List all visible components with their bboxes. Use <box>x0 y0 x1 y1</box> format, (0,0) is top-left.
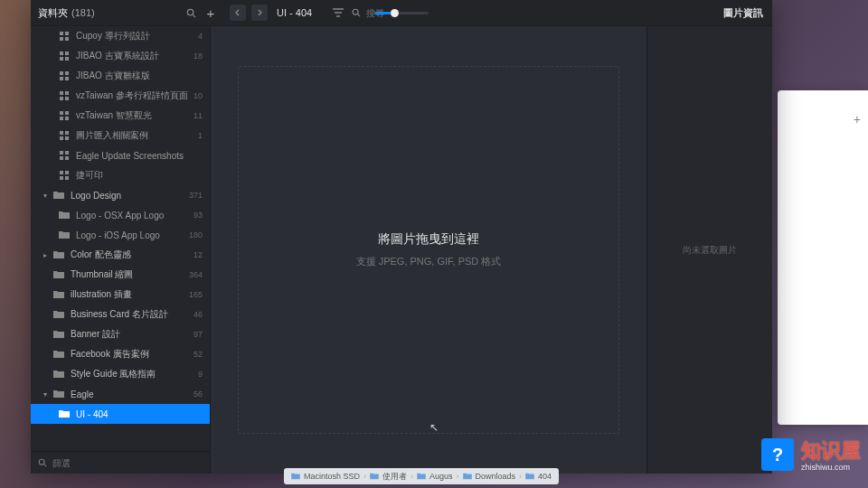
sidebar-item[interactable]: Eagle Update Screenshots <box>31 145 210 165</box>
sidebar-item[interactable]: JIBAO 吉寶雛樣版 <box>31 66 210 86</box>
sidebar-item-label: Banner 設計 <box>71 328 193 341</box>
sidebar-item[interactable]: Logo - iOS App Logo180 <box>31 225 210 245</box>
sidebar-item[interactable]: Style Guide 風格指南9 <box>31 364 210 384</box>
path-segment[interactable]: Downloads <box>476 472 516 481</box>
sidebar-item-label: Style Guide 風格指南 <box>71 368 198 380</box>
path-separator: › <box>363 472 366 481</box>
sidebar-filter-input[interactable] <box>51 457 203 469</box>
sidebar-item[interactable]: Business Card 名片設計46 <box>31 305 210 324</box>
svg-line-3 <box>358 14 361 17</box>
path-segment[interactable]: 404 <box>538 472 552 481</box>
svg-rect-22 <box>60 117 63 120</box>
search-icon[interactable] <box>184 6 197 19</box>
plus-icon: + <box>854 112 861 127</box>
svg-rect-13 <box>65 71 69 75</box>
svg-rect-30 <box>60 156 63 160</box>
nav-controls: UI - 404 <box>224 5 317 21</box>
folder-icon <box>52 309 65 320</box>
svg-rect-23 <box>65 117 69 120</box>
path-separator: › <box>519 472 522 481</box>
sidebar-item[interactable]: UI - 404 <box>31 404 210 424</box>
sidebar-item-label: Color 配色靈感 <box>71 249 193 261</box>
folder-icon <box>291 473 300 480</box>
svg-line-37 <box>44 465 47 467</box>
folder-icon <box>52 269 65 280</box>
canvas-area[interactable]: 將圖片拖曳到這裡 支援 JPEG, PNG, GIF, PSD 格式 ↖ <box>211 26 646 474</box>
zoom-slider[interactable] <box>374 12 429 14</box>
sidebar-item-count: 12 <box>193 250 203 259</box>
folder-icon <box>52 249 65 260</box>
sidebar-filter[interactable] <box>31 451 210 474</box>
sidebar-item-label: 捷可印 <box>76 169 203 182</box>
folder-icon <box>52 389 65 399</box>
app-window: 資料夾 (181) + UI - 404 圖片資訊 Cupoy 導行列設計4JI… <box>31 0 772 474</box>
sidebar-item-count: 97 <box>193 330 203 339</box>
sidebar-item[interactable]: ▸Color 配色靈感12 <box>31 245 210 265</box>
svg-rect-5 <box>65 32 69 35</box>
add-folder-icon[interactable]: + <box>204 6 217 19</box>
sidebar-item[interactable]: ▾Logo Design371 <box>31 185 210 205</box>
svg-point-2 <box>353 9 358 14</box>
svg-line-1 <box>193 14 195 17</box>
sidebar-item[interactable]: Logo - OSX App Logo93 <box>31 205 210 225</box>
info-panel: 尚未選取圖片 <box>646 26 772 474</box>
svg-rect-14 <box>60 77 63 80</box>
svg-rect-4 <box>60 32 63 35</box>
sidebar-item-count: 364 <box>189 270 203 279</box>
dropzone-title: 將圖片拖曳到這裡 <box>378 231 479 248</box>
folder-icon <box>58 230 71 240</box>
sidebar-item-label: Logo - OSX App Logo <box>76 211 193 221</box>
sidebar-item-label: Eagle <box>71 389 193 399</box>
finder-pathbar[interactable]: Macintosh SSD›使用者›Augus›Downloads›404 <box>284 468 559 484</box>
svg-rect-33 <box>65 171 69 174</box>
sidebar-item-count: 371 <box>189 191 203 200</box>
sidebar-item-count: 46 <box>193 310 203 319</box>
path-segment[interactable]: Augus <box>429 472 453 481</box>
grid-icon <box>58 90 71 101</box>
svg-rect-20 <box>60 111 63 115</box>
sidebar-item-count: 93 <box>193 211 203 220</box>
sidebar-item[interactable]: Facebook 廣告案例52 <box>31 344 210 364</box>
path-segment[interactable]: 使用者 <box>382 471 407 483</box>
sidebar-item[interactable]: 圖片匯入相關案例1 <box>31 126 210 145</box>
path-separator: › <box>410 472 413 481</box>
svg-point-0 <box>187 9 193 14</box>
sidebar-item[interactable]: vzTaiwan 參考行程詳情頁面10 <box>31 86 210 106</box>
nav-forward-button[interactable] <box>251 5 268 21</box>
sidebar-header: 資料夾 (181) + <box>31 6 224 20</box>
sidebar-item[interactable]: Banner 設計97 <box>31 324 210 344</box>
folder-icon <box>52 349 65 360</box>
sidebar-item-label: Eagle Update Screenshots <box>76 151 203 161</box>
sidebar-item[interactable]: JIBAO 吉寶系統設計18 <box>31 46 210 66</box>
folder-icon <box>52 369 65 380</box>
sidebar-item-label: JIBAO 吉寶系統設計 <box>76 50 193 62</box>
info-empty-text: 尚未選取圖片 <box>683 244 737 257</box>
sidebar-item-count: 10 <box>193 91 203 100</box>
folder-icon <box>525 473 534 480</box>
sidebar-item[interactable]: ▾Eagle56 <box>31 384 210 404</box>
sidebar-item-count: 18 <box>193 52 203 61</box>
sidebar-title: 資料夾 <box>38 6 68 20</box>
grid-icon <box>58 70 71 81</box>
sidebar-item-label: Thumbnail 縮圖 <box>71 268 189 281</box>
filter-icon[interactable] <box>332 6 344 19</box>
svg-rect-34 <box>60 176 63 180</box>
sidebar-item[interactable]: illustration 插畫165 <box>31 285 210 305</box>
sidebar-item-label: JIBAO 吉寶雛樣版 <box>76 70 203 82</box>
svg-rect-21 <box>65 111 69 115</box>
sidebar-item[interactable]: Cupoy 導行列設計4 <box>31 26 210 46</box>
svg-rect-8 <box>60 52 63 55</box>
grid-icon <box>58 150 71 161</box>
breadcrumb: UI - 404 <box>277 7 312 18</box>
svg-rect-7 <box>65 37 69 41</box>
dropzone[interactable]: 將圖片拖曳到這裡 支援 JPEG, PNG, GIF, PSD 格式 <box>238 66 619 434</box>
path-segment[interactable]: Macintosh SSD <box>304 472 360 481</box>
topbar: 資料夾 (181) + UI - 404 圖片資訊 <box>31 0 772 26</box>
sidebar-item[interactable]: 捷可印 <box>31 165 210 185</box>
svg-rect-27 <box>65 136 69 140</box>
grid-icon <box>58 130 71 141</box>
sidebar-item[interactable]: vzTaiwan 智慧觀光11 <box>31 106 210 126</box>
nav-back-button[interactable] <box>230 5 246 21</box>
grid-icon <box>58 110 71 121</box>
sidebar-item[interactable]: Thumbnail 縮圖364 <box>31 265 210 285</box>
